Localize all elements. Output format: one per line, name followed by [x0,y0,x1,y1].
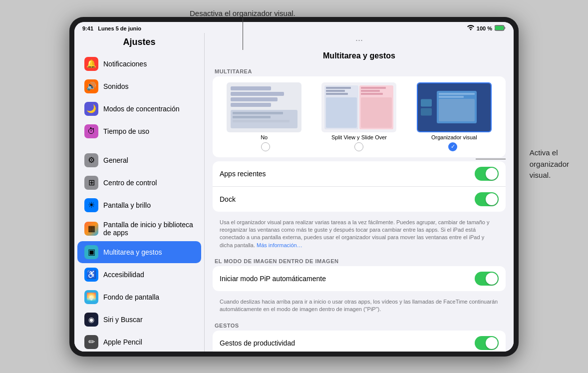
pip-auto-toggle-thumb [486,273,498,285]
sidebar-item-centro-control[interactable]: ⊞ Centro de control [77,172,201,194]
sidebar-divider-1 [74,143,204,149]
sonidos-label: Sonidos [103,82,129,90]
sidebar-item-fondo[interactable]: 🌅 Fondo de pantalla [77,286,201,308]
pantalla-icon: ☀ [84,198,98,212]
general-label: General [103,156,128,164]
centro-control-icon: ⊞ [84,176,98,190]
pip-settings-card: Iniciar modo PiP automáticamente [213,266,506,291]
concentracion-label: Modos de concentración [103,105,180,113]
battery-icon [495,25,506,32]
mode-label-no: No [261,134,268,140]
fondo-icon: 🌅 [84,290,98,304]
radio-stage[interactable]: ✓ [448,142,457,151]
status-bar: 9:41 Lunes 5 de junio 100 % [74,22,514,33]
sidebar-item-apple-pencil[interactable]: ✏ Apple Pencil [77,331,201,352]
general-icon: ⚙ [84,153,98,167]
sidebar-item-notificaciones[interactable]: 🔔 Notificaciones [77,53,201,75]
sidebar-item-multitarea[interactable]: ▣ Multitarea y gestos [77,241,201,263]
sidebar-item-siri[interactable]: ◉ Siri y Buscar [77,309,201,331]
sidebar-item-accesibilidad[interactable]: ♿ Accesibilidad [77,264,201,286]
centro-control-label: Centro de control [103,179,157,187]
apps-recientes-toggle-thumb [486,168,498,180]
apps-recientes-toggle[interactable] [475,167,499,181]
mode-selector-card: No [213,76,506,157]
pip-auto-label: Iniciar modo PiP automáticamente [220,275,326,283]
sidebar-item-concentracion[interactable]: 🌙 Modos de concentración [77,98,201,120]
gestos-settings-card: Gestos de productividad [213,331,506,352]
pip-auto-row: Iniciar modo PiP automáticamente [213,266,506,291]
multitarea-icon: ▣ [84,245,98,259]
sidebar-item-pantalla[interactable]: ☀ Pantalla y brillo [77,194,201,216]
sidebar-item-general[interactable]: ⚙ General [77,149,201,171]
apps-recientes-label: Apps recientes [220,170,266,178]
pip-section-header: EL MODO DE IMAGEN DENTRO DE IMAGEN [213,254,506,266]
mode-option-no[interactable]: No [219,82,309,140]
apps-recientes-row: Apps recientes [213,161,506,187]
detail-title: Multitarea y gestos [213,46,506,64]
siri-icon: ◉ [84,313,98,327]
pantalla-label: Pantalla y brillo [103,201,151,209]
status-right: 100 % [467,25,506,32]
pip-description: Cuando deslizas hacia arriba para ir a i… [213,295,506,319]
tiempo-uso-icon: ⏱ [84,124,98,138]
sidebar-item-tiempo-uso[interactable]: ⏱ Tiempo de uso [77,120,201,142]
gestos-productividad-toggle-thumb [486,337,498,349]
mas-informacion-link[interactable]: Más información… [257,242,302,248]
mode-options: No [219,82,500,140]
svg-rect-1 [495,26,504,30]
apple-pencil-icon: ✏ [84,335,98,349]
pantalla-inicio-icon: ▦ [84,222,98,236]
mode-thumb-split [321,82,396,132]
mode-option-split[interactable]: Split View y Slide Over [313,82,404,140]
sonidos-icon: 🔊 [84,79,98,93]
fondo-label: Fondo de pantalla [103,293,159,301]
gestos-section-header: GESTOS [213,319,506,331]
notificaciones-label: Notificaciones [103,60,147,68]
stage-description: Usa el organizador visual para realizar … [213,216,506,255]
sidebar: Ajustes 🔔 Notificaciones 🔊 Sonidos 🌙 Mod… [74,33,204,352]
dock-toggle-thumb [486,193,498,205]
sidebar-item-pantalla-inicio[interactable]: ▦ Pantalla de inicio y biblioteca de app… [77,217,201,241]
status-date: Lunes 5 de junio [98,25,141,31]
gestos-productividad-row: Gestos de productividad [213,331,506,352]
multitarea-section-header: MULTITAREA [213,64,506,76]
mode-radio-row: ✓ [219,142,500,151]
tiempo-uso-label: Tiempo de uso [103,127,149,135]
notificaciones-icon: 🔔 [84,57,98,71]
annotation-top-text: Desactiva el organizador visual. [190,9,295,17]
status-time-date: 9:41 Lunes 5 de junio [82,25,141,31]
sidebar-item-sonidos[interactable]: 🔊 Sonidos [77,75,201,97]
svg-rect-2 [505,27,506,29]
detail-panel: ··· Multitarea y gestos MULTITAREA [204,33,514,352]
multitarea-settings-card: Apps recientes Dock [213,161,506,212]
concentracion-icon: 🌙 [84,102,98,116]
mode-option-stage[interactable]: Organizador visual [409,82,500,140]
mode-thumb-stage [417,82,492,132]
mode-label-split: Split View y Slide Over [331,134,387,140]
radio-no[interactable] [261,142,270,151]
sidebar-title: Ajustes [74,33,204,52]
status-time: 9:41 [82,25,93,31]
dock-label: Dock [220,195,236,203]
dock-row: Dock [213,187,506,212]
no-content-area [231,110,297,128]
mode-thumb-no [227,82,301,132]
gestos-productividad-toggle[interactable] [475,336,499,350]
pip-auto-toggle[interactable] [475,272,499,286]
ipad-frame: 9:41 Lunes 5 de junio 100 % Ajustes [69,17,519,357]
ipad-screen: 9:41 Lunes 5 de junio 100 % Ajustes [74,22,514,352]
radio-split[interactable] [354,142,363,151]
apple-pencil-label: Apple Pencil [103,338,142,346]
bar-no-1 [231,86,271,90]
dock-toggle[interactable] [475,192,499,206]
bar-no-3 [231,97,278,101]
gestos-productividad-label: Gestos de productividad [220,339,295,347]
accesibilidad-label: Accesibilidad [103,271,144,279]
mode-label-stage: Organizador visual [431,134,477,140]
battery-text: 100 % [477,25,492,31]
annotation-right-text: Activa elorganizadorvisual. [530,147,569,181]
bar-no-4 [231,103,271,107]
bar-no-2 [231,92,284,96]
detail-dots-menu[interactable]: ··· [213,33,506,46]
siri-label: Siri y Buscar [103,316,143,324]
